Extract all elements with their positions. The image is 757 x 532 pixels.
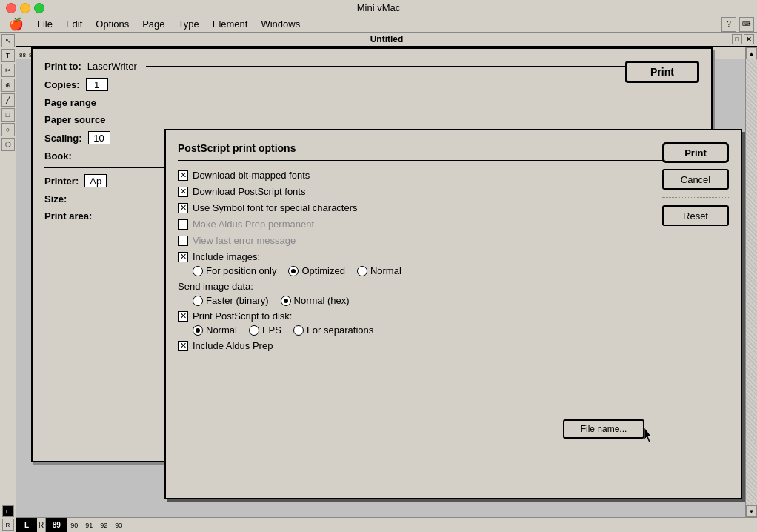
- ps-reset-button[interactable]: Reset: [662, 205, 729, 226]
- bottom-ruler: L R 89 90 91 92 93: [16, 517, 757, 532]
- maximize-button[interactable]: [34, 3, 44, 13]
- normal-hex-radio[interactable]: [281, 296, 291, 306]
- normal-ps-label: Normal: [206, 325, 237, 336]
- normal-ps-radio[interactable]: [193, 325, 203, 336]
- file-name-button[interactable]: File name...: [563, 419, 644, 439]
- right-scrollbar[interactable]: ▲ ▼: [745, 47, 757, 517]
- window-controls[interactable]: [6, 3, 44, 13]
- tool-polygon[interactable]: ⬡: [1, 138, 15, 151]
- tool-zoom[interactable]: ⊕: [1, 79, 15, 92]
- page-menu[interactable]: Page: [136, 17, 170, 31]
- page-indicator: L: [2, 505, 14, 517]
- main-area: ↖ T ✂ ⊕ ╱ □ ○ ⬡ L R Untitled ✕ □ 88 89: [0, 33, 757, 532]
- help-icon[interactable]: ?: [721, 17, 736, 32]
- send-image-label: Send image data:: [178, 281, 253, 292]
- include-images-checkbox[interactable]: [178, 252, 188, 262]
- print-ps-label: Print PostScript to disk:: [193, 310, 292, 322]
- page-number-93: 93: [111, 522, 126, 529]
- print-button-bg[interactable]: Print: [625, 61, 699, 83]
- printer-label: Printer:: [44, 176, 79, 187]
- make-aldus-checkbox[interactable]: [178, 219, 188, 230]
- copies-field: Copies: 1: [44, 78, 699, 91]
- size-label: Size:: [44, 193, 67, 205]
- normal-ps-option: Normal: [193, 325, 237, 336]
- use-symbol-checkbox[interactable]: [178, 203, 188, 213]
- left-toolbar: ↖ T ✂ ⊕ ╱ □ ○ ⬡ L R: [0, 33, 16, 532]
- title-bar: Mini vMac: [0, 0, 757, 16]
- view-last-error-checkbox[interactable]: [178, 236, 188, 246]
- ps-dialog-title: PostScript print options: [178, 142, 729, 154]
- for-position-radio[interactable]: [193, 266, 203, 276]
- keyboard-icon[interactable]: ⌨: [739, 17, 754, 32]
- page-number-92: 92: [96, 522, 111, 529]
- faster-binary-radio[interactable]: [193, 296, 203, 306]
- make-aldus-label: Make Aldus Prep permanent: [193, 219, 314, 230]
- printer-input[interactable]: Ap: [84, 174, 107, 187]
- faster-binary-label: Faster (binary): [206, 295, 269, 306]
- page-range-label: Page range: [44, 97, 96, 108]
- page-number-91: 91: [81, 522, 96, 529]
- ps-cancel-button[interactable]: Cancel: [662, 169, 729, 190]
- view-last-error-row: View last error message: [178, 235, 729, 246]
- scaling-input[interactable]: 10: [88, 131, 110, 144]
- tool-crop[interactable]: ✂: [1, 64, 15, 77]
- print-area-label: Print area:: [44, 210, 92, 222]
- cursor-pointer: [643, 428, 653, 445]
- options-menu[interactable]: Options: [90, 17, 135, 31]
- optimized-radio[interactable]: [288, 266, 299, 276]
- tool-arrow[interactable]: ↖: [1, 34, 15, 47]
- ps-dialog: PostScript print options Print Cancel Re…: [164, 129, 742, 499]
- ps-divider: [178, 160, 729, 161]
- paper-source-field: Paper source: [44, 114, 699, 125]
- eps-label: EPS: [262, 325, 281, 336]
- tool-line[interactable]: ╱: [1, 93, 15, 107]
- tool-text[interactable]: T: [1, 49, 15, 62]
- scaling-label: Scaling:: [44, 133, 82, 144]
- print-ps-radio-group: Normal EPS For separations: [193, 325, 729, 336]
- paper-source-label: Paper source: [44, 114, 105, 125]
- normal-images-label: Normal: [370, 265, 401, 276]
- minimize-button[interactable]: [20, 3, 30, 13]
- include-images-options: For position only Optimized Normal: [178, 265, 729, 276]
- right-page-indicator: R: [37, 521, 45, 529]
- page-number-90: 90: [67, 522, 81, 529]
- download-bitmapped-label: Download bit-mapped fonts: [193, 170, 310, 181]
- page-indicator-r: R: [2, 519, 14, 531]
- print-ps-checkbox[interactable]: [178, 311, 188, 322]
- tool-rect[interactable]: □: [1, 108, 15, 122]
- ps-print-button[interactable]: Print: [662, 142, 729, 163]
- scroll-track[interactable]: [746, 59, 757, 505]
- tool-ellipse[interactable]: ○: [1, 123, 15, 136]
- eps-radio[interactable]: [249, 325, 259, 336]
- normal-hex-option: Normal (hex): [281, 295, 350, 306]
- menu-bar: 🍎 File Edit Options Page Type Element Wi…: [0, 16, 757, 33]
- include-aldus-checkbox[interactable]: [178, 341, 188, 351]
- download-postscript-label: Download PostScript fonts: [193, 186, 305, 197]
- scroll-down-button[interactable]: ▼: [746, 505, 757, 517]
- edit-menu[interactable]: Edit: [60, 17, 88, 31]
- app-title: Mini vMac: [357, 2, 401, 13]
- scroll-up-button[interactable]: ▲: [746, 47, 757, 59]
- doc-zoom-btn[interactable]: □: [732, 34, 742, 44]
- for-separations-radio[interactable]: [293, 325, 304, 336]
- print-to-line: [146, 66, 699, 67]
- use-symbol-label: Use Symbol font for special characters: [193, 202, 358, 213]
- download-postscript-checkbox[interactable]: [178, 187, 188, 197]
- include-images-radio-group: For position only Optimized Normal: [193, 265, 729, 276]
- print-to-value: LaserWriter: [87, 61, 137, 72]
- download-bitmapped-checkbox[interactable]: [178, 170, 188, 181]
- ruler-tick: 88: [18, 52, 27, 59]
- close-button[interactable]: [6, 3, 16, 13]
- normal-images-radio[interactable]: [357, 266, 367, 276]
- element-menu[interactable]: Element: [207, 17, 254, 31]
- apple-menu[interactable]: 🍎: [3, 16, 30, 33]
- send-image-radio-group: Faster (binary) Normal (hex): [193, 295, 729, 306]
- doc-close-btn[interactable]: ✕: [744, 34, 754, 44]
- copies-input[interactable]: 1: [86, 78, 108, 91]
- doc-title-bar: Untitled ✕ □: [16, 33, 757, 47]
- print-to-field: Print to: LaserWriter: [44, 61, 699, 72]
- buttons-divider: [662, 197, 729, 198]
- type-menu[interactable]: Type: [173, 17, 205, 31]
- windows-menu[interactable]: Windows: [255, 17, 306, 31]
- file-menu[interactable]: File: [31, 17, 59, 31]
